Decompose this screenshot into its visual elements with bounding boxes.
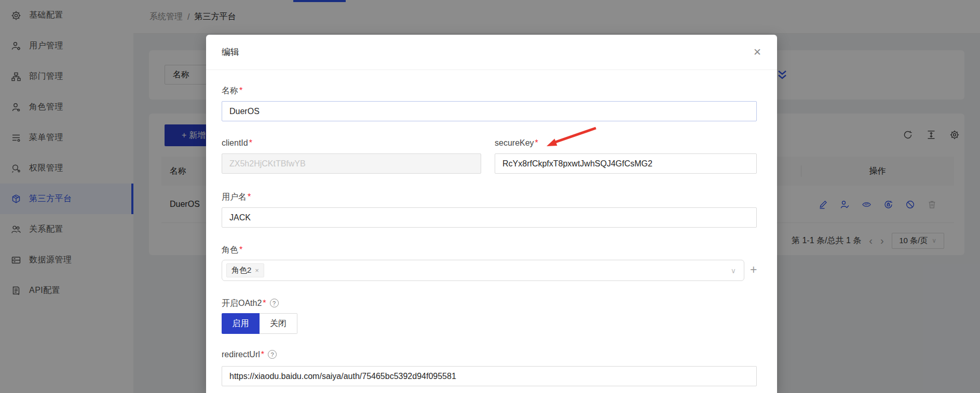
modal-header: 编辑 ✕ bbox=[206, 35, 777, 70]
clientid-input bbox=[222, 153, 481, 174]
username-input[interactable] bbox=[222, 207, 757, 228]
modal-title: 编辑 bbox=[222, 35, 239, 70]
screen: 基础配置 用户管理 部门管理 角色管理 菜单管理 权限管理 第三方平台 关系配 bbox=[0, 0, 980, 393]
edit-modal: 编辑 ✕ 名称* clientId* secureKey* 用户名* 角色* 角… bbox=[206, 35, 777, 393]
tag-close-icon[interactable]: × bbox=[255, 266, 259, 274]
oauth-enable-button[interactable]: 启用 bbox=[222, 313, 260, 334]
required-mark: * bbox=[239, 86, 242, 95]
redirecturl-input[interactable] bbox=[222, 366, 757, 386]
redirecturl-field-label: redirectUrl*? bbox=[222, 350, 277, 359]
question-circle-icon: ? bbox=[268, 350, 277, 359]
username-field-label: 用户名* bbox=[222, 192, 251, 203]
required-mark: * bbox=[249, 138, 252, 147]
required-mark: * bbox=[239, 245, 242, 254]
required-mark: * bbox=[248, 192, 251, 201]
securekey-input[interactable] bbox=[495, 153, 757, 174]
required-mark: * bbox=[535, 138, 538, 147]
required-mark: * bbox=[261, 350, 264, 359]
required-mark: * bbox=[263, 299, 266, 307]
clientid-field-label: clientId* bbox=[222, 138, 252, 148]
role-field-label: 角色* bbox=[222, 245, 242, 256]
role-tag: 角色2 × bbox=[226, 263, 264, 277]
role-multiselect[interactable]: 角色2 × ∨ bbox=[222, 260, 744, 281]
name-input[interactable] bbox=[222, 101, 757, 121]
name-field-label: 名称* bbox=[222, 86, 242, 96]
question-circle-icon: ? bbox=[270, 299, 279, 307]
close-icon[interactable]: ✕ bbox=[751, 46, 764, 59]
securekey-field-label: secureKey* bbox=[495, 138, 538, 148]
role-tag-label: 角色2 bbox=[232, 265, 251, 275]
add-role-button[interactable]: + bbox=[750, 264, 757, 276]
oauth-field-label: 开启OAth2*? bbox=[222, 298, 279, 309]
oauth-disable-button[interactable]: 关闭 bbox=[260, 313, 297, 334]
oauth-toggle: 启用 关闭 bbox=[222, 313, 297, 334]
chevron-down-icon: ∨ bbox=[731, 266, 736, 275]
